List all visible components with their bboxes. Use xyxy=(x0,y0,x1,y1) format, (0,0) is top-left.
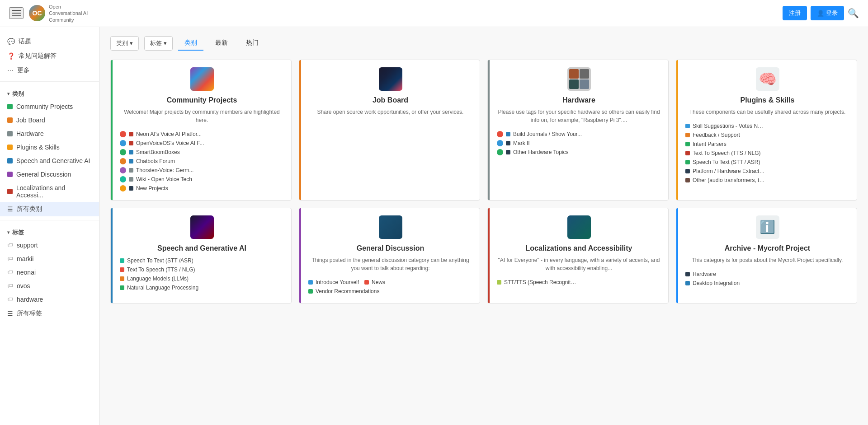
all-categories-icon: ☰ xyxy=(7,205,13,213)
subcategory-item[interactable]: Text To Speech (TTS / NLG) xyxy=(120,265,284,274)
card-border xyxy=(299,208,301,303)
card-title: Plugins & Skills xyxy=(685,96,849,104)
logo-icon: OC xyxy=(29,5,45,21)
subcategory-item[interactable]: Text To Speech (TTS / NLG) xyxy=(685,149,849,158)
sidebar-item-plugins[interactable]: Plugins & Skills xyxy=(0,140,99,154)
sidebar-item-topics[interactable]: 💬 话题 xyxy=(0,34,99,49)
filter-bar: 类别 ▾ 标签 ▾ 类别 最新 热门 xyxy=(110,36,857,51)
sidebar-item-all-categories[interactable]: ☰ 所有类别 xyxy=(0,202,99,216)
subcategory-item[interactable]: Thorsten-Voice: Germ... xyxy=(120,166,284,175)
tab-category[interactable]: 类别 xyxy=(178,36,203,51)
sidebar-item-more[interactable]: ⋯ 更多 xyxy=(0,63,99,78)
subcategory-item[interactable]: OpenVoiceOS's Voice AI F... xyxy=(120,139,284,148)
subcategory-item[interactable]: Natural Language Processing xyxy=(120,283,284,292)
sidebar-item-tag-ovos[interactable]: 🏷ovos xyxy=(0,279,99,293)
subcategory-item[interactable]: Other (audio transformers, tex... xyxy=(685,176,849,185)
subcategory-item[interactable]: SmartBoomBoxes xyxy=(120,148,284,157)
chevron-icon-2: ▾ xyxy=(164,40,167,47)
subcategory-item[interactable]: Vendor Recommendations xyxy=(308,287,472,296)
more-icon: ⋯ xyxy=(7,67,14,74)
sidebar-item-tag-neonai[interactable]: 🏷neonai xyxy=(0,266,99,279)
sidebar-item-tag-markii[interactable]: 🏷markii xyxy=(0,252,99,266)
subcategory-item[interactable]: Neon AI's Voice AI Platfor... xyxy=(120,130,284,139)
subcategory-item[interactable]: Introduce Yourself News xyxy=(308,278,472,287)
category-card-general: General Discussion Things posted in the … xyxy=(299,208,480,304)
chevron-icon: ▾ xyxy=(130,40,133,47)
card-image: ℹ️ xyxy=(756,215,779,239)
subcategory-item[interactable]: Chatbots Forum xyxy=(120,157,284,166)
card-desc: Welcome! Major projects by community mem… xyxy=(120,108,284,124)
subcategory-list: Skill Suggestions - Votes Need... Feedba… xyxy=(685,121,849,185)
card-title: Localizations and Accessibility xyxy=(497,244,661,252)
all-tags-icon: ☰ xyxy=(7,310,13,317)
card-inner: 🧠 Plugins & Skills These components can … xyxy=(676,60,857,192)
category-card-archive: ℹ️ Archive - Mycroft Project This catego… xyxy=(676,208,857,304)
card-image xyxy=(567,215,591,239)
card-desc: Share open source work opportunities, or… xyxy=(308,108,472,116)
card-inner: Job Board Share open source work opportu… xyxy=(299,60,480,129)
subcategory-item[interactable]: New Projects xyxy=(120,184,284,193)
header: OC Open Conversational AI Community 注册 👤… xyxy=(0,0,868,27)
subcategory-list: Introduce Yourself News Vendor Recommend… xyxy=(308,278,472,296)
subcategory-item[interactable]: Feedback / Support xyxy=(685,131,849,140)
logo-text: Open Conversational AI Community xyxy=(49,4,88,23)
card-image xyxy=(379,215,402,239)
sidebar-item-hardware[interactable]: Hardware xyxy=(0,127,99,140)
card-border xyxy=(111,208,113,303)
tag-filter-button[interactable]: 标签 ▾ xyxy=(144,36,173,51)
subcategory-item[interactable]: Wiki - Open Voice Tech xyxy=(120,175,284,184)
subcategory-item[interactable]: Desktop Integration xyxy=(685,279,849,288)
register-button[interactable]: 注册 xyxy=(783,6,807,20)
sidebar-item-speech[interactable]: Speech and Generative AI xyxy=(0,154,99,168)
card-desc: These components can be usefully shared … xyxy=(685,108,849,116)
tab-latest[interactable]: 最新 xyxy=(209,36,234,51)
card-title: Job Board xyxy=(308,96,472,104)
card-inner: General Discussion Things posted in the … xyxy=(299,208,480,303)
subcategory-item[interactable]: Speech To Text (STT /ASR) xyxy=(120,256,284,265)
search-button[interactable]: 🔍 xyxy=(848,8,859,19)
subcategory-item[interactable]: Language Models (LLMs) xyxy=(120,274,284,283)
subcategory-item[interactable]: Build Journals / Show Your... xyxy=(497,130,661,139)
sidebar-item-general[interactable]: General Discussion xyxy=(0,168,99,181)
subcategory-list: STT/TTS (Speech Recognitio... xyxy=(497,278,661,287)
sidebar-item-tag-support[interactable]: 🏷support xyxy=(0,238,99,252)
sidebar-item-jobboard[interactable]: Job Board xyxy=(0,113,99,127)
tags-section-header[interactable]: ▾ 标签 xyxy=(0,224,99,238)
login-button[interactable]: 👤 登录 xyxy=(811,6,844,20)
card-desc: "AI for Everyone" - in every language, w… xyxy=(497,256,661,272)
chevron-down-icon-2: ▾ xyxy=(7,230,9,235)
hamburger-menu[interactable] xyxy=(9,7,24,19)
sidebar-tags: 🏷support🏷markii🏷neonai🏷ovos🏷hardware xyxy=(0,238,99,306)
sidebar-item-community[interactable]: Community Projects xyxy=(0,100,99,113)
subcategory-item[interactable]: Speech To Text (STT / ASR) xyxy=(685,158,849,167)
card-desc: Things posted in the general discussion … xyxy=(308,256,472,272)
card-border xyxy=(676,60,678,200)
subcategory-item[interactable]: Platform / Hardware Extractio... xyxy=(685,167,849,176)
tab-hot[interactable]: 热门 xyxy=(240,36,265,51)
subcategory-item[interactable]: Hardware xyxy=(685,270,849,279)
sidebar-divider-2 xyxy=(0,220,99,220)
category-card-plugins: 🧠 Plugins & Skills These components can … xyxy=(676,60,857,201)
subcategory-item[interactable]: Skill Suggestions - Votes Need... xyxy=(685,121,849,131)
card-title: Hardware xyxy=(497,96,661,104)
sidebar-item-local[interactable]: Localizations and Accessi... xyxy=(0,181,99,202)
card-image xyxy=(379,67,402,91)
category-card-jobboard: Job Board Share open source work opportu… xyxy=(299,60,480,201)
sidebar-item-all-tags[interactable]: ☰ 所有标签 xyxy=(0,306,99,321)
categories-section-header[interactable]: ▾ 类别 xyxy=(0,85,99,100)
subcategory-list: Neon AI's Voice AI Platfor... OpenVoiceO… xyxy=(120,130,284,193)
category-grid: Community Projects Welcome! Major projec… xyxy=(110,60,857,304)
subcategory-item[interactable]: Other Hardware Topics xyxy=(497,148,661,157)
subcategory-item[interactable]: Intent Parsers xyxy=(685,140,849,149)
category-card-hardware: Hardware Please use tags for your specif… xyxy=(487,60,669,201)
subcategory-item[interactable]: Mark II xyxy=(497,139,661,148)
tag-icon: 🏷 xyxy=(7,255,13,262)
card-image xyxy=(567,67,591,91)
card-title: Community Projects xyxy=(120,96,284,104)
sidebar-item-tag-hardware[interactable]: 🏷hardware xyxy=(0,293,99,306)
sidebar-item-faq[interactable]: ❓ 常见问题解答 xyxy=(0,49,99,63)
category-filter-button[interactable]: 类别 ▾ xyxy=(110,36,139,51)
tag-icon: 🏷 xyxy=(7,296,13,303)
card-border xyxy=(488,208,490,303)
subcategory-item[interactable]: STT/TTS (Speech Recognitio... xyxy=(497,278,661,287)
